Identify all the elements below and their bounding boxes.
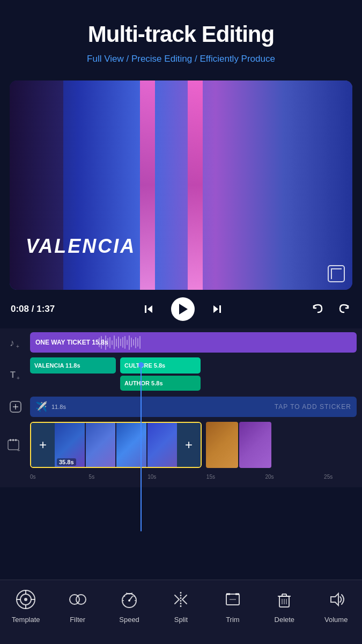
play-button[interactable] bbox=[171, 297, 195, 321]
trim-icon bbox=[221, 588, 245, 611]
transport-controls: 0:08 / 1:37 bbox=[0, 290, 362, 328]
wave-bar bbox=[105, 335, 106, 350]
video-thumbnails bbox=[206, 422, 271, 468]
svg-text:♪: ♪ bbox=[10, 338, 14, 348]
svg-rect-12 bbox=[10, 439, 11, 441]
ruler-mark-20s: 20s bbox=[265, 474, 274, 480]
playback-buttons bbox=[55, 297, 311, 321]
fullscreen-icon[interactable] bbox=[328, 265, 345, 282]
ruler-mark-0s: 0s bbox=[30, 474, 36, 480]
wave-bar bbox=[109, 337, 110, 348]
tool-filter-label: Filter bbox=[70, 616, 85, 624]
text-track-row: T + VALENCIA 11.8s CULTURE 5.8s AUTHOR 5… bbox=[0, 356, 362, 393]
ruler-mark-10s: 10s bbox=[147, 474, 156, 480]
svg-marker-45 bbox=[331, 594, 338, 605]
text-tracks-area: VALENCIA 11.8s CULTURE 5.8s AUTHOR 5.8s bbox=[30, 357, 357, 392]
clip-frame-2 bbox=[86, 423, 116, 467]
wave-bar bbox=[124, 336, 125, 349]
header-subtitle: Full View / Precise Editing / Efficientl… bbox=[11, 54, 351, 64]
clip-frame-4 bbox=[147, 423, 178, 467]
tool-volume[interactable]: Volume bbox=[315, 588, 358, 624]
add-clip-right-button[interactable]: + bbox=[177, 423, 201, 467]
tool-split-label: Split bbox=[174, 616, 188, 624]
text-track-culture[interactable]: CULTURE 5.8s bbox=[120, 357, 201, 374]
svg-point-27 bbox=[128, 599, 130, 602]
skip-back-button[interactable] bbox=[141, 302, 156, 317]
audio-track-clip[interactable]: ONE WAY TICKET 15.8s bbox=[30, 332, 357, 353]
svg-text:+: + bbox=[17, 375, 20, 381]
svg-text:T: T bbox=[10, 370, 16, 379]
template-icon bbox=[14, 588, 38, 611]
svg-point-18 bbox=[24, 598, 27, 601]
tool-delete-label: Delete bbox=[275, 616, 295, 624]
tool-delete[interactable]: Delete bbox=[263, 588, 306, 624]
wave-bar bbox=[99, 338, 100, 347]
sticker-track-row: ✈️ 11.8s TAP TO ADD STICKER bbox=[0, 393, 362, 421]
wave-bar bbox=[139, 336, 141, 349]
sticker-track-clip[interactable]: ✈️ 11.8s TAP TO ADD STICKER bbox=[30, 397, 357, 417]
sticker-track-content[interactable]: ✈️ 11.8s TAP TO ADD STICKER bbox=[30, 397, 357, 417]
svg-rect-14 bbox=[15, 439, 17, 441]
header: Multi-track Editing Full View / Precise … bbox=[0, 0, 362, 75]
playhead-dot bbox=[138, 362, 144, 368]
speed-icon bbox=[117, 588, 141, 611]
tool-trim-label: Trim bbox=[226, 616, 240, 624]
audio-track-content[interactable]: ONE WAY TICKET 15.8s bbox=[30, 332, 357, 353]
pink-bar-1 bbox=[140, 80, 155, 290]
sticker-track-icon[interactable] bbox=[5, 397, 26, 417]
ruler-mark-5s: 5s bbox=[89, 474, 95, 480]
tool-split[interactable]: Split bbox=[159, 588, 202, 624]
video-clip[interactable]: + + bbox=[30, 422, 202, 468]
transport-actions bbox=[311, 302, 351, 317]
video-track-row: + + + 35.8s bbox=[0, 421, 362, 469]
thumbnail-1 bbox=[206, 422, 238, 468]
volume-icon bbox=[324, 588, 348, 611]
sticker-duration: 11.8s bbox=[51, 404, 66, 410]
tool-template-label: Template bbox=[12, 616, 40, 624]
add-clip-left-button[interactable]: + bbox=[31, 423, 55, 467]
text-track-author[interactable]: AUTHOR 5.8s bbox=[120, 376, 201, 391]
delete-icon bbox=[272, 588, 296, 611]
text-track-icon[interactable]: T + bbox=[5, 364, 26, 385]
undo-button[interactable] bbox=[311, 302, 326, 317]
text-track-main[interactable]: VALENCIA 11.8s bbox=[30, 357, 116, 374]
svg-point-24 bbox=[76, 595, 86, 604]
page-title: Multi-track Editing bbox=[11, 21, 351, 47]
wave-bar bbox=[120, 339, 121, 346]
ruler-mark-15s: 15s bbox=[206, 474, 215, 480]
clip-frame-3 bbox=[116, 423, 146, 467]
svg-marker-0 bbox=[147, 305, 152, 313]
bottom-toolbar: Template Filter Speed bbox=[0, 580, 362, 644]
pink-bar-2 bbox=[188, 80, 203, 290]
sticker-emoji: ✈️ bbox=[35, 401, 47, 413]
video-text-overlay: VALENCIA bbox=[26, 235, 136, 258]
wave-bar bbox=[129, 335, 130, 350]
svg-rect-13 bbox=[12, 439, 14, 441]
wave-bar bbox=[127, 340, 128, 346]
tool-volume-label: Volume bbox=[324, 616, 348, 624]
tool-trim[interactable]: Trim bbox=[211, 588, 254, 624]
redo-button[interactable] bbox=[336, 302, 351, 317]
tool-template[interactable]: Template bbox=[4, 588, 47, 624]
tool-speed[interactable]: Speed bbox=[108, 588, 151, 624]
audio-track-icon[interactable]: ♪ + bbox=[5, 332, 26, 353]
playback-time: 0:08 / 1:37 bbox=[11, 304, 55, 314]
timeline-ruler: 0s 5s 10s 15s 20s 25s bbox=[0, 469, 362, 482]
svg-rect-1 bbox=[145, 305, 146, 313]
video-left-panel bbox=[10, 80, 63, 290]
video-preview[interactable]: VALENCIA bbox=[10, 80, 352, 290]
sticker-add-text[interactable]: TAP TO ADD STICKER bbox=[275, 403, 351, 411]
thumbnail-2 bbox=[239, 422, 271, 468]
wave-bar bbox=[114, 335, 115, 349]
tool-filter[interactable]: Filter bbox=[56, 588, 99, 624]
video-track-area: + + 35.8s bbox=[30, 422, 357, 468]
video-track-icon[interactable]: + bbox=[5, 435, 26, 455]
wave-bar bbox=[131, 338, 132, 347]
filter-icon bbox=[66, 588, 90, 611]
audio-track-row: ♪ + ONE WAY TICKET 15.8s bbox=[0, 328, 362, 356]
current-time: 0:08 bbox=[11, 304, 29, 314]
audio-waveform bbox=[94, 332, 357, 353]
wave-bar bbox=[112, 340, 113, 345]
skip-forward-button[interactable] bbox=[210, 302, 225, 317]
svg-rect-3 bbox=[219, 305, 221, 313]
